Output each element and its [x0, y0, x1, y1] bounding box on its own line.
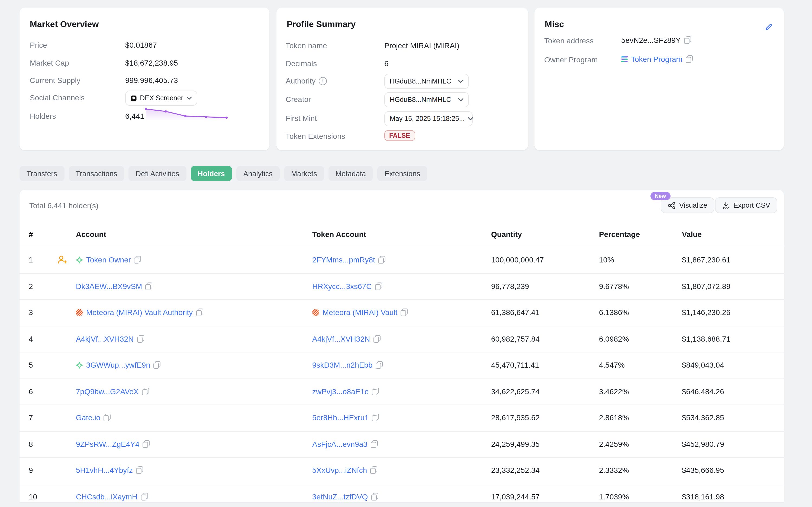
copy-icon[interactable] — [400, 309, 408, 317]
tab-defi-activities[interactable]: Defi Activities — [129, 166, 186, 181]
market-overview-card: Market Overview Price $0.01867 Market Ca… — [19, 8, 269, 150]
token-account-link[interactable]: 2FYMms...pmRy8t — [312, 256, 375, 264]
tab-metadata[interactable]: Metadata — [328, 166, 373, 181]
token-explorer-page: Market Overview Price $0.01867 Market Ca… — [0, 0, 812, 507]
tab-transfers[interactable]: Transfers — [19, 166, 64, 181]
account-link[interactable]: 9ZPsRW...ZgE4Y4 — [76, 440, 139, 448]
col-header-account: Account — [76, 230, 106, 238]
account-link[interactable]: 3GWWup...ywfE9n — [86, 361, 150, 370]
token-address-value-group: 5evN2e...SFz89Y — [621, 36, 691, 45]
account-cell: Gate.io — [76, 404, 111, 431]
value-cell: $452,980.79 — [682, 431, 724, 457]
copy-icon[interactable] — [142, 440, 149, 448]
token-account-link[interactable]: 9skD3M...n2hEbb — [312, 361, 373, 370]
token-account-link[interactable]: AsFjcA...evn9a3 — [312, 440, 368, 448]
first-mint-dropdown[interactable]: May 15, 2025 15:18:25... — [384, 111, 473, 126]
copy-icon[interactable] — [371, 493, 378, 501]
tab-holders[interactable]: Holders — [191, 166, 232, 181]
account-link[interactable]: 7pQ9bw...G2AVeX — [76, 387, 138, 396]
token-account-link[interactable]: HRXycc...3xs67C — [312, 282, 372, 291]
copy-icon[interactable] — [373, 335, 380, 343]
copy-icon[interactable] — [153, 361, 161, 369]
first-mint-value: May 15, 2025 15:18:25... — [390, 115, 465, 122]
edit-pencil-icon[interactable] — [764, 23, 773, 32]
tab-extensions[interactable]: Extensions — [377, 166, 427, 181]
visualize-button[interactable]: Visualize — [661, 198, 714, 213]
copy-icon[interactable] — [134, 256, 141, 264]
account-link[interactable]: CHCsdb...iXaymH — [76, 492, 137, 501]
value-cell: $435,666.95 — [682, 457, 724, 484]
account-cell: Dk3AEW...BX9vSM — [76, 273, 152, 299]
quantity-cell: 100,000,000.47 — [491, 247, 544, 273]
copy-icon[interactable] — [137, 335, 144, 343]
token-account-link[interactable]: 3etNuZ...tzfDVQ — [312, 492, 368, 501]
social-channels-selected: DEX Screener — [140, 94, 183, 102]
percentage-cell: 2.3332% — [599, 457, 629, 484]
col-header-token-account: Token Account — [312, 230, 366, 238]
tab-analytics[interactable]: Analytics — [236, 166, 280, 181]
token-account-cell: A4kjVf...XVH32N — [312, 326, 380, 352]
market-cap-value: $18,672,238.95 — [125, 59, 178, 67]
account-link[interactable]: Gate.io — [76, 413, 100, 422]
rank-cell: 3 — [29, 299, 33, 326]
account-link[interactable]: Dk3AEW...BX9vSM — [76, 282, 142, 291]
export-csv-button[interactable]: Export CSV — [715, 198, 777, 213]
token-account-cell: 5XxUvp...iZNfch — [312, 457, 377, 484]
holders-label: Holders — [30, 112, 56, 120]
copy-icon[interactable] — [196, 309, 203, 317]
account-link[interactable]: Token Owner — [86, 256, 131, 264]
table-row: 2Dk3AEW...BX9vSMHRXycc...3xs67C96,778,23… — [19, 273, 784, 300]
token-account-link[interactable]: A4kjVf...XVH32N — [312, 335, 370, 343]
tab-transactions[interactable]: Transactions — [69, 166, 124, 181]
copy-icon[interactable] — [371, 440, 378, 448]
token-name-label: Token name — [286, 41, 327, 50]
owner-program-link[interactable]: Token Program — [631, 55, 682, 63]
col-header-quantity: Quantity — [491, 230, 522, 238]
sparkle-icon — [76, 362, 83, 369]
copy-icon[interactable] — [145, 283, 152, 290]
copy-icon[interactable] — [136, 467, 143, 474]
value-cell: $646,484.26 — [682, 378, 724, 404]
authority-label-text: Authority — [286, 76, 316, 85]
authority-dropdown[interactable]: HGduB8...NmMHLC — [384, 74, 469, 89]
tab-markets[interactable]: Markets — [284, 166, 324, 181]
account-link[interactable]: Meteora (MIRAI) Vault Authority — [86, 308, 193, 317]
supply-value: 999,996,405.73 — [125, 76, 178, 84]
rank-cell: 6 — [29, 378, 33, 404]
copy-icon[interactable] — [372, 388, 379, 395]
account-link[interactable]: 5H1vhH...4Ybyfz — [76, 466, 133, 475]
token-account-link[interactable]: Meteora (MIRAI) Vault — [322, 308, 397, 317]
copy-icon[interactable] — [104, 414, 111, 421]
token-extensions-label: Token Extensions — [286, 132, 345, 140]
rank-cell: 5 — [29, 352, 33, 378]
copy-icon[interactable] — [376, 361, 383, 369]
token-account-link[interactable]: zwPvj3...o8aE1e — [312, 387, 369, 396]
copy-icon[interactable] — [372, 414, 379, 421]
authority-value: HGduB8...NmMHLC — [390, 77, 451, 85]
creator-dropdown[interactable]: HGduB8...NmMHLC — [384, 92, 469, 107]
copy-icon[interactable] — [686, 55, 693, 63]
tabs: TransfersTransactionsDefi ActivitiesHold… — [19, 166, 427, 181]
copy-icon[interactable] — [684, 36, 691, 44]
solana-icon — [621, 56, 628, 62]
user-plus-icon — [57, 255, 67, 265]
copy-icon[interactable] — [141, 493, 148, 501]
table-row: 4A4kjVf...XVH32NA4kjVf...XVH32N60,982,75… — [19, 326, 784, 352]
quantity-cell: 96,778,239 — [491, 273, 529, 299]
account-link[interactable]: A4kjVf...XVH32N — [76, 335, 134, 343]
copy-icon[interactable] — [378, 256, 385, 264]
copy-icon[interactable] — [370, 467, 377, 474]
social-channels-dropdown[interactable]: DEX Screener — [125, 91, 197, 106]
rank-cell: 10 — [29, 484, 37, 502]
copy-icon[interactable] — [375, 283, 382, 290]
quantity-cell: 28,617,935.62 — [491, 404, 540, 431]
quantity-cell: 24,259,499.35 — [491, 431, 540, 457]
copy-icon[interactable] — [142, 388, 149, 395]
value-cell: $1,138,688.71 — [682, 326, 731, 352]
token-account-link[interactable]: 5er8Hh...HExru1 — [312, 413, 369, 422]
share-nodes-icon — [668, 202, 675, 209]
token-account-link[interactable]: 5XxUvp...iZNfch — [312, 466, 367, 475]
holders-sparkline — [144, 107, 230, 120]
info-icon[interactable] — [319, 77, 327, 85]
token-account-cell: AsFjcA...evn9a3 — [312, 431, 378, 457]
